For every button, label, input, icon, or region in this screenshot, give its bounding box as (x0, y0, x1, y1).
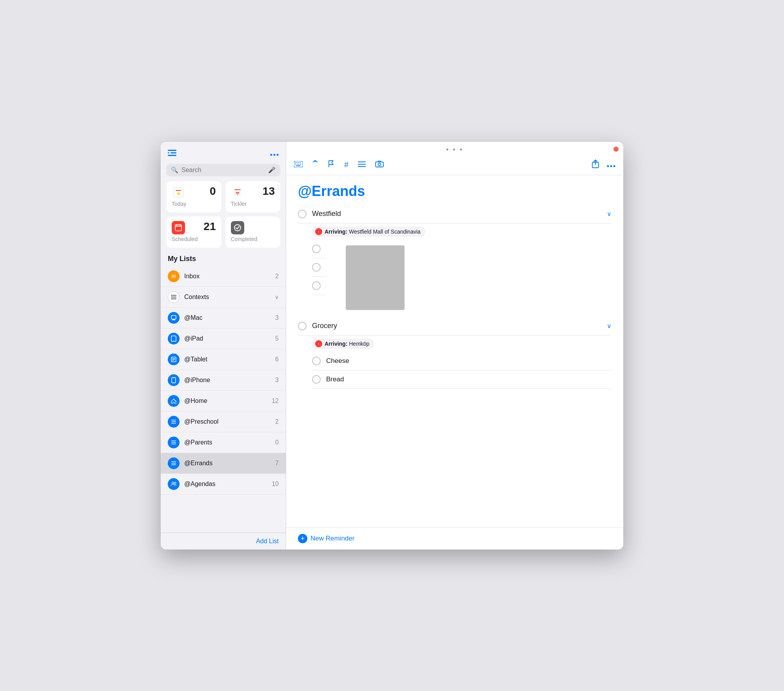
bread-checkbox[interactable] (312, 375, 321, 384)
agendas-label: @Agendas (184, 481, 267, 488)
mac-label: @Mac (184, 314, 270, 321)
svg-point-4 (270, 154, 272, 156)
parents-count: 0 (275, 439, 279, 446)
svg-rect-51 (295, 164, 296, 165)
share-button[interactable] (592, 160, 599, 170)
tickler-label: Tickler (231, 201, 275, 207)
westfield-content (312, 240, 612, 313)
sidebar-item-tablet[interactable]: @Tablet 6 (161, 349, 286, 370)
sidebar-item-iphone[interactable]: @iPhone 3 (161, 370, 286, 391)
svg-point-5 (274, 154, 276, 156)
preschool-label: @Preschool (184, 418, 270, 425)
svg-rect-39 (171, 442, 176, 443)
sidebar: 🔍 🎤 ⭐ 0 (161, 142, 286, 550)
sidebar-item-inbox[interactable]: ✉ Inbox 2 (161, 266, 286, 287)
item-checkbox-1[interactable] (312, 245, 321, 253)
iphone-count: 3 (275, 377, 279, 384)
completed-icon (231, 221, 244, 234)
sidebar-toggle-button[interactable] (168, 148, 176, 158)
search-icon: 🔍 (171, 167, 178, 174)
sidebar-item-contexts[interactable]: Contexts ∨ (161, 287, 286, 308)
ipad-label: @iPad (184, 335, 270, 342)
svg-rect-30 (172, 359, 175, 359)
tickler-count: 13 (263, 186, 275, 197)
sidebar-item-ipad[interactable]: @iPad 5 (161, 328, 286, 349)
sidebar-item-agendas[interactable]: @Agendas 10 (161, 474, 286, 495)
location-button[interactable] (312, 160, 318, 170)
scheduled-count: 21 (203, 221, 216, 232)
svg-rect-21 (171, 296, 176, 297)
sidebar-item-errands[interactable]: @Errands 7 (161, 453, 286, 474)
flag-button[interactable] (328, 160, 335, 170)
westfield-location-text: Arriving: Westfield Mall of Scandinavia (325, 229, 421, 235)
svg-point-19 (234, 225, 241, 231)
search-input[interactable] (181, 167, 265, 174)
svg-rect-35 (171, 420, 176, 421)
westfield-location-icon: ↑ (315, 228, 322, 235)
search-bar[interactable]: 🔍 🎤 (166, 164, 280, 176)
preschool-icon (168, 416, 180, 428)
list-button[interactable] (358, 160, 366, 169)
mic-icon[interactable]: 🎤 (268, 167, 276, 174)
svg-rect-54 (300, 164, 301, 165)
app-window: 🔍 🎤 ⭐ 0 (161, 142, 623, 550)
svg-rect-20 (171, 295, 176, 296)
smart-card-completed[interactable]: Completed (225, 216, 281, 248)
sidebar-item-parents[interactable]: @Parents 0 (161, 432, 286, 453)
group-header-westfield[interactable]: Westfield ∨ (298, 205, 612, 223)
smart-lists: ⭐ 0 Today 📅 (161, 181, 286, 253)
svg-rect-42 (171, 463, 176, 464)
hash-button[interactable]: # (344, 160, 348, 169)
my-lists-title: My Lists (161, 253, 286, 266)
today-icon: ⭐ (172, 186, 185, 199)
svg-point-27 (173, 340, 174, 341)
smart-card-scheduled[interactable]: 21 Scheduled (166, 216, 221, 248)
sidebar-item-home[interactable]: @Home 12 (161, 391, 286, 412)
page-title: @Errands (298, 175, 612, 205)
sidebar-more-button[interactable] (270, 148, 279, 158)
errands-icon (168, 457, 180, 469)
svg-rect-48 (297, 162, 298, 163)
group-header-grocery[interactable]: Grocery ∨ (298, 317, 612, 336)
inbox-icon: ✉ (168, 270, 180, 282)
more-button[interactable] (607, 160, 615, 169)
main-content: • • • (286, 142, 623, 550)
add-list-button[interactable]: Add List (256, 538, 279, 545)
svg-rect-2 (168, 155, 176, 156)
westfield-chevron[interactable]: ∨ (607, 210, 612, 218)
sidebar-item-mac[interactable]: @Mac 3 (161, 308, 286, 328)
traffic-lights (608, 142, 623, 158)
parents-icon (168, 437, 180, 448)
contexts-chevron: ∨ (275, 294, 279, 300)
svg-rect-55 (296, 165, 301, 166)
reminder-item-cheese: Cheese (312, 352, 612, 370)
bread-text: Bread (326, 375, 344, 383)
tablet-icon (168, 354, 180, 365)
westfield-checkbox[interactable] (298, 210, 307, 218)
grocery-checkbox[interactable] (298, 322, 307, 330)
errands-label: @Errands (184, 460, 270, 467)
svg-rect-25 (172, 320, 176, 320)
item-checkbox-2[interactable] (312, 263, 321, 272)
iphone-label: @iPhone (184, 377, 270, 384)
tablet-label: @Tablet (184, 356, 270, 363)
keyboard-button[interactable] (294, 160, 303, 169)
close-button[interactable] (613, 147, 619, 152)
camera-button[interactable] (375, 160, 384, 169)
smart-card-today[interactable]: ⭐ 0 Today (166, 181, 221, 212)
svg-rect-47 (295, 162, 296, 163)
list-items: ✉ Inbox 2 Contexts ∨ (161, 266, 286, 533)
grocery-location-badge: ↑ Arriving: Hemköp (312, 339, 374, 349)
svg-text:📅: 📅 (236, 192, 240, 196)
grocery-chevron[interactable]: ∨ (607, 322, 612, 330)
sidebar-header (161, 142, 286, 162)
toolbar-top: • • • (286, 142, 623, 156)
cheese-checkbox[interactable] (312, 357, 321, 365)
smart-card-tickler[interactable]: 📅 13 Tickler (225, 181, 281, 212)
svg-point-60 (378, 163, 381, 166)
item-checkbox-3[interactable] (312, 281, 321, 290)
new-reminder-button[interactable]: + New Reminder (298, 534, 354, 543)
ipad-count: 5 (275, 335, 279, 342)
sidebar-item-preschool[interactable]: @Preschool 2 (161, 412, 286, 432)
svg-point-64 (613, 165, 615, 167)
